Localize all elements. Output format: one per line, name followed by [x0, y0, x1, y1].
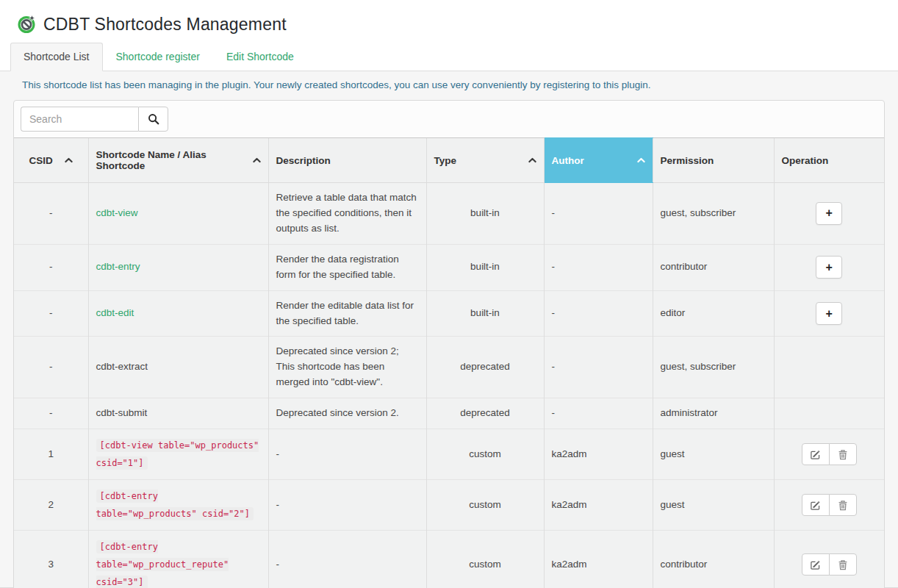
shortcode-code: [cdbt-entry table="wp_product_repute" cs…: [96, 540, 229, 588]
cell-csid: -: [14, 337, 88, 398]
cell-permission: guest, subscriber: [653, 337, 774, 398]
cell-author: -: [544, 290, 653, 337]
cell-operation: [774, 480, 884, 531]
column-header-shortcode-name-alias-shortcode[interactable]: Shortcode Name / Alias Shortcode: [88, 138, 268, 183]
delete-shortcode-button[interactable]: [829, 494, 857, 516]
cell-author: ka2adm: [544, 480, 653, 531]
column-label: Description: [276, 155, 331, 166]
cell-type: built-in: [426, 290, 544, 337]
shortcode-link[interactable]: cdbt-entry: [96, 261, 140, 272]
cell-author: -: [544, 244, 653, 290]
plus-icon: +: [826, 207, 833, 219]
cell-type: custom: [426, 531, 544, 588]
edit-shortcode-button[interactable]: [802, 553, 830, 576]
cell-operation: +: [774, 244, 884, 290]
table-body: -cdbt-viewRetrieve a table data that mat…: [14, 183, 884, 588]
tab-edit-shortcode[interactable]: Edit Shortcode: [213, 43, 307, 71]
cell-type: custom: [426, 480, 544, 531]
cell-type: deprecated: [426, 337, 544, 398]
cell-author: -: [544, 337, 653, 398]
trash-icon: [838, 449, 848, 460]
cell-operation: +: [774, 183, 884, 245]
add-shortcode-button[interactable]: +: [816, 302, 842, 325]
column-label: Permission: [661, 155, 714, 166]
cell-author: -: [544, 183, 653, 245]
cell-shortcode-name: [cdbt-entry table="wp_product_repute" cs…: [88, 531, 268, 588]
cell-shortcode-name: cdbt-entry: [88, 244, 268, 290]
edit-icon: [810, 559, 821, 570]
cell-permission: guest, subscriber: [653, 183, 774, 245]
table-row: -cdbt-extractDeprecated since version 2;…: [14, 337, 884, 398]
cell-type: built-in: [426, 183, 544, 245]
cell-type: custom: [426, 429, 544, 480]
cell-permission: contributor: [653, 531, 774, 588]
shortcode-code: [cdbt-entry table="wp_products" csid="2"…: [96, 490, 254, 520]
table-row: -cdbt-entryRender the data registration …: [14, 244, 884, 290]
cell-operation: [774, 429, 884, 480]
column-label: CSID: [29, 155, 53, 166]
delete-shortcode-button[interactable]: [829, 443, 857, 465]
cell-operation: [774, 531, 884, 588]
trash-icon: [838, 500, 848, 511]
table-header-row: CSIDShortcode Name / Alias ShortcodeDesc…: [14, 138, 884, 183]
table-row: 1[cdbt-view table="wp_products" csid="1"…: [14, 429, 884, 480]
column-header-operation: Operation: [774, 138, 884, 183]
cell-permission: editor: [653, 290, 774, 337]
column-header-type[interactable]: Type: [426, 138, 544, 183]
add-shortcode-button[interactable]: +: [816, 202, 842, 225]
shortcodes-table: CSIDShortcode Name / Alias ShortcodeDesc…: [14, 137, 884, 588]
shortcode-code: [cdbt-view table="wp_products" csid="1"]: [96, 439, 259, 470]
column-header-permission: Permission: [653, 138, 774, 183]
search-bar: [14, 101, 884, 137]
cell-csid: -: [14, 183, 88, 245]
cell-csid: 1: [14, 429, 88, 480]
column-header-author[interactable]: Author: [544, 138, 653, 183]
cell-operation: +: [774, 290, 884, 337]
cell-description: -: [268, 480, 426, 531]
cell-shortcode-name: cdbt-submit: [88, 398, 268, 429]
cell-operation: [774, 398, 884, 429]
search-input[interactable]: [21, 107, 138, 132]
operation-button-group: [802, 494, 857, 516]
edit-shortcode-button[interactable]: [802, 443, 830, 465]
cdbt-plugin-logo-icon: [17, 15, 37, 35]
sort-chevron-up-icon: [65, 157, 73, 163]
cell-description: Deprecated since version 2.: [268, 398, 426, 429]
tab-shortcode-list[interactable]: Shortcode List: [10, 43, 103, 71]
cell-description: Render the editable data list for the sp…: [268, 290, 426, 337]
add-shortcode-button[interactable]: +: [816, 256, 842, 279]
column-header-description: Description: [268, 138, 426, 183]
cell-shortcode-name: cdbt-edit: [88, 290, 268, 337]
operation-button-group: [802, 553, 857, 576]
table-row: -cdbt-submitDeprecated since version 2.d…: [14, 398, 884, 429]
page-title: CDBT Shortcodes Management: [43, 15, 287, 35]
intro-note: This shortcode list has been managing in…: [0, 71, 898, 100]
shortcode-link[interactable]: cdbt-edit: [96, 307, 134, 318]
shortcode-list-panel: CSIDShortcode Name / Alias ShortcodeDesc…: [13, 100, 885, 588]
column-label: Operation: [782, 155, 829, 166]
edit-shortcode-button[interactable]: [802, 494, 830, 516]
tab-bar: Shortcode List Shortcode register Edit S…: [0, 43, 898, 71]
cell-description: Retrieve a table data that match the spe…: [268, 183, 426, 245]
edit-icon: [810, 500, 821, 511]
cell-shortcode-name: cdbt-extract: [88, 337, 268, 398]
cell-description: -: [268, 531, 426, 588]
column-label: Author: [552, 155, 584, 166]
cell-shortcode-name: [cdbt-view table="wp_products" csid="1"]: [88, 429, 268, 480]
edit-icon: [810, 449, 821, 460]
sort-chevron-up-icon: [253, 157, 261, 163]
search-icon: [148, 113, 159, 125]
cell-csid: -: [14, 244, 88, 290]
tab-content: This shortcode list has been managing in…: [0, 71, 898, 588]
cell-type: deprecated: [426, 398, 544, 429]
shortcode-link[interactable]: cdbt-view: [96, 207, 138, 218]
plus-icon: +: [826, 261, 833, 273]
delete-shortcode-button[interactable]: [829, 553, 857, 576]
table-row: 2[cdbt-entry table="wp_products" csid="2…: [14, 480, 884, 531]
column-header-csid[interactable]: CSID: [14, 138, 88, 183]
tab-shortcode-register[interactable]: Shortcode register: [103, 43, 213, 71]
cell-csid: -: [14, 398, 88, 429]
search-button[interactable]: [138, 107, 168, 132]
sort-chevron-up-icon: [637, 157, 645, 163]
cell-description: Deprecated since version 2; This shortco…: [268, 337, 426, 398]
